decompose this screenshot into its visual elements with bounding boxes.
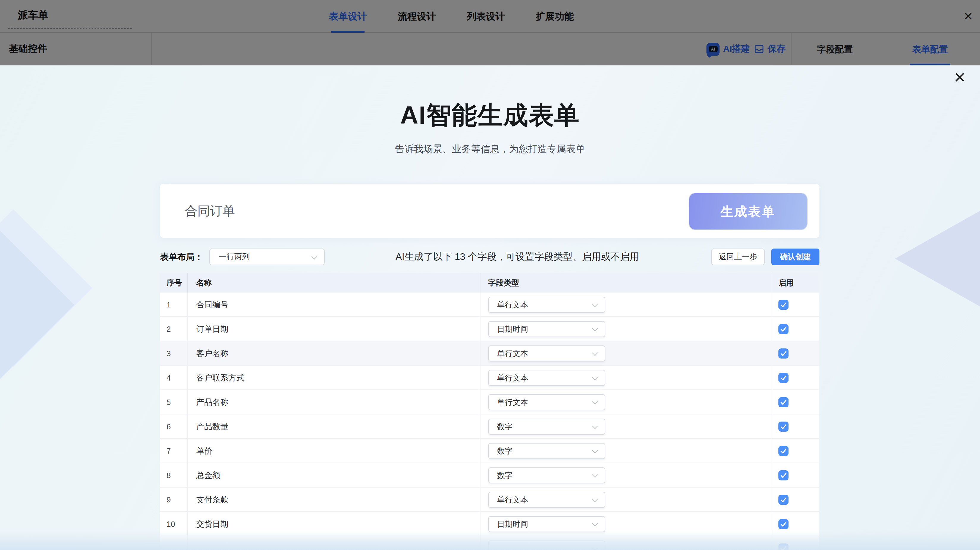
field-type-select[interactable]: 数字	[488, 443, 605, 459]
modal-close-icon[interactable]: ✕	[950, 68, 969, 87]
modal-backdrop	[0, 0, 980, 65]
row-name: 产品数量	[188, 415, 480, 438]
row-index: 7	[160, 439, 188, 463]
row-name: 单价	[188, 439, 480, 463]
field-type-value: 单行文本	[497, 346, 528, 361]
row-index: 3	[160, 341, 188, 365]
row-index: 6	[160, 415, 188, 438]
field-type-value: 日期时间	[497, 322, 528, 337]
field-type-select[interactable]: 数字	[488, 467, 605, 483]
modal-subtitle: 告诉我场景、业务等信息，为您打造专属表单	[0, 143, 980, 156]
layout-label: 表单布局：	[160, 248, 203, 265]
enable-checkbox[interactable]	[778, 348, 789, 359]
row-index: 1	[160, 292, 188, 316]
app-root: 派车单 表单设计流程设计列表设计扩展功能 ✕ 基础控件 AI AI搭建	[0, 0, 980, 550]
row-name: 产品名称	[188, 390, 480, 414]
chevron-down-icon	[592, 521, 598, 526]
field-table-header: 序号 名称 字段类型 启用	[160, 273, 819, 292]
check-icon	[780, 350, 788, 358]
ai-form-modal: ✕ AI智能生成表单 告诉我场景、业务等信息，为您打造专属表单 合同订单 生成表…	[0, 65, 980, 550]
row-index: 8	[160, 463, 188, 487]
table-row: 7 单价 数字	[160, 439, 819, 463]
app-top-bars: 派车单 表单设计流程设计列表设计扩展功能 ✕ 基础控件 AI AI搭建	[0, 0, 980, 65]
enable-checkbox[interactable]	[778, 324, 789, 334]
chevron-down-icon	[592, 399, 598, 405]
row-index: 9	[160, 488, 188, 511]
enable-checkbox[interactable]	[778, 495, 789, 505]
check-icon	[780, 423, 788, 431]
table-row: 6 产品数量 数字	[160, 415, 819, 439]
enable-checkbox[interactable]	[778, 471, 789, 480]
row-name: 客户联系方式	[188, 366, 480, 389]
layout-select-value: 一行两列	[219, 249, 250, 265]
check-icon	[780, 520, 788, 528]
field-type-select[interactable]: 单行文本	[488, 345, 605, 361]
table-row: 4 客户联系方式 单行文本	[160, 366, 819, 390]
chevron-down-icon	[592, 326, 598, 332]
field-table: 序号 名称 字段类型 启用 1 合同编号 单行文本 2 订单日期	[160, 273, 819, 550]
field-type-select[interactable]: 日期时间	[488, 321, 605, 337]
table-row: 8 总金额 数字	[160, 463, 819, 488]
enable-checkbox[interactable]	[778, 446, 789, 456]
back-button[interactable]: 返回上一步	[711, 248, 765, 265]
table-row: 3 客户名称 单行文本	[160, 341, 819, 366]
field-type-value: 单行文本	[497, 492, 528, 507]
field-type-select[interactable]: 单行文本	[488, 394, 605, 410]
result-controls: 表单布局： 一行两列 AI生成了以下 13 个字段，可设置字段类型、启用或不启用…	[0, 248, 980, 265]
header-name: 名称	[188, 273, 480, 292]
modal-title: AI智能生成表单	[0, 99, 980, 132]
bottom-fade	[0, 531, 980, 550]
chevron-down-icon	[592, 374, 598, 380]
field-type-value: 单行文本	[497, 370, 528, 385]
chevron-down-icon	[592, 423, 598, 429]
layout-select[interactable]: 一行两列	[209, 248, 325, 265]
ai-prompt-card: 合同订单 生成表单	[160, 184, 819, 238]
table-row: 9 支付条款 单行文本	[160, 488, 819, 512]
field-type-value: 数字	[497, 419, 512, 434]
chevron-down-icon	[592, 472, 598, 478]
generate-form-button[interactable]: 生成表单	[689, 193, 807, 229]
header-index: 序号	[160, 273, 188, 292]
field-type-value: 数字	[497, 443, 512, 458]
check-icon	[780, 374, 788, 382]
check-icon	[780, 301, 788, 308]
field-type-value: 数字	[497, 468, 512, 483]
row-index: 4	[160, 366, 188, 389]
field-type-select[interactable]: 单行文本	[488, 370, 605, 386]
enable-checkbox[interactable]	[778, 519, 789, 529]
row-name: 总金额	[188, 463, 480, 487]
check-icon	[780, 447, 788, 455]
table-row: 1 合同编号 单行文本	[160, 292, 819, 317]
table-row: 5 产品名称 单行文本	[160, 390, 819, 415]
row-name: 支付条款	[188, 488, 480, 511]
field-type-select[interactable]: 单行文本	[488, 492, 605, 508]
enable-checkbox[interactable]	[778, 300, 789, 310]
row-name: 订单日期	[188, 317, 480, 341]
field-type-value: 日期时间	[497, 517, 528, 532]
enable-checkbox[interactable]	[778, 373, 789, 383]
table-row: 2 订单日期 日期时间	[160, 317, 819, 341]
row-index: 5	[160, 390, 188, 414]
chevron-down-icon	[592, 496, 598, 502]
field-table-body: 1 合同编号 单行文本 2 订单日期 日期时间	[160, 292, 819, 550]
chevron-down-icon	[592, 447, 598, 453]
header-type: 字段类型	[480, 273, 771, 292]
header-enable: 启用	[771, 273, 819, 292]
field-type-select[interactable]: 数字	[488, 419, 605, 435]
chevron-down-icon	[311, 254, 317, 259]
field-type-select[interactable]: 单行文本	[488, 297, 605, 313]
generation-summary: AI生成了以下 13 个字段，可设置字段类型、启用或不启用	[357, 248, 678, 265]
check-icon	[780, 325, 788, 333]
enable-checkbox[interactable]	[778, 421, 789, 432]
row-index: 2	[160, 317, 188, 341]
confirm-create-button[interactable]: 确认创建	[771, 248, 819, 265]
row-name: 客户名称	[188, 341, 480, 365]
field-type-value: 单行文本	[497, 395, 528, 410]
chevron-down-icon	[592, 350, 598, 356]
ai-prompt-input[interactable]: 合同订单	[185, 184, 235, 238]
check-icon	[780, 496, 788, 504]
check-icon	[780, 472, 788, 479]
enable-checkbox[interactable]	[778, 397, 789, 407]
field-type-select[interactable]: 日期时间	[488, 516, 605, 532]
check-icon	[780, 398, 788, 406]
